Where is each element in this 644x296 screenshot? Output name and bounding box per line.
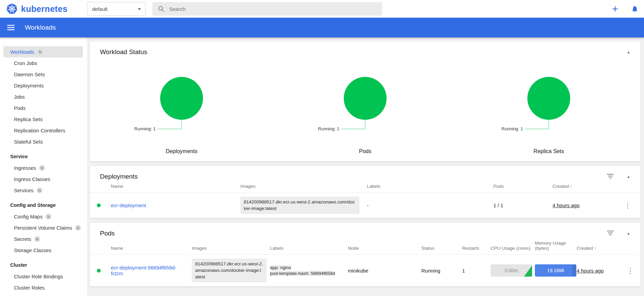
chevron-down-icon [138,8,141,12]
sidebar-item-replica-sets[interactable]: Replica Sets [3,114,83,125]
column-header-labels: Labels [270,239,348,254]
restarts-cell: 1 [462,254,491,286]
namespace-selector[interactable]: default [87,2,146,16]
sidebar-item-label: Ingresses [14,165,36,171]
sidebar-item-label: Ingress Classes [14,176,50,182]
callout-label: Running: 1 [502,126,523,131]
sidebar-item-label: Replication Controllers [14,128,65,133]
deployment-link[interactable]: ecr-deployment [111,202,146,208]
sidebar-item-services[interactable]: Services N [3,185,83,196]
namespaced-badge: N [39,165,45,171]
chart-title: Deployments [166,148,197,154]
sidebar-item-cluster-role-bindings[interactable]: Cluster Role Bindings [3,271,83,282]
column-header-name[interactable]: Name [111,182,240,193]
sort-ascending-icon: ↑ [570,184,572,189]
sidebar-item-ingresses[interactable]: Ingresses N [3,162,83,174]
label-chip: pod-template-hash: 56694f658d [270,271,335,276]
namespaced-badge: N [37,49,43,55]
filter-icon[interactable] [607,174,614,180]
brand-name: kubernetes [21,4,67,14]
kubernetes-home-link[interactable]: kubernetes [0,3,87,15]
card-title: Workload Status [100,48,627,56]
images-cell: 814200988517.dkr.ecr.us-west-2.amazonaws… [192,254,270,286]
sidebar-item-pods[interactable]: Pods [3,102,83,114]
sidebar-item-label: Services [14,187,34,193]
search-bar[interactable] [152,2,382,16]
sidebar-item-ingress-classes[interactable]: Ingress Classes [3,174,83,185]
sidebar-item-label: Replica Sets [14,116,43,122]
image-chip: 814200988517.dkr.ecr.us-west-2.amazonaws… [240,197,359,214]
card-title: Deployments [100,173,607,180]
sidebar-item-config-maps[interactable]: Config Maps N [3,211,83,222]
sidebar-item-workloads[interactable]: Workloads N [3,46,83,57]
chart-title: Replica Sets [533,148,564,154]
column-header-memory: Memory Usage (bytes) [535,239,577,254]
collapse-card-icon[interactable]: ▲ [627,175,630,179]
sidebar-nav: Workloads N Cron Jobs Daemon Sets Deploy… [0,37,87,296]
table-header-row: Name Images Labels Pods Created↑ [90,182,641,193]
sidebar-item-deployments[interactable]: Deployments [3,80,83,91]
sidebar-item-replication-controllers[interactable]: Replication Controllers [3,125,83,136]
status-column-header [90,182,111,193]
labels-cell: app: nginx pod-template-hash: 56694f658d [270,254,348,286]
memory-cell: 19.16Mi [535,254,577,286]
row-menu-kebab-icon[interactable]: ⋮ [618,202,637,209]
column-header-name[interactable]: Name [111,239,192,254]
status-text-cell: Running [421,254,462,286]
sidebar-item-stateful-sets[interactable]: Stateful Sets [3,136,83,147]
menu-column-header [618,182,641,193]
namespaced-badge: N [37,187,43,193]
pods-cell: 1 / 1 [493,193,553,218]
pie-chart-svg: Running: 1 [304,63,426,148]
sidebar-item-label: Daemon Sets [14,71,45,77]
namespace-selected-value: default [92,6,107,12]
callout-label: Running: 1 [134,126,156,131]
status-ok-icon [97,269,101,273]
images-cell: 814200988517.dkr.ecr.us-west-2.amazonaws… [240,193,367,218]
collapse-card-icon[interactable]: ▲ [627,232,630,235]
sidebar-item-daemon-sets[interactable]: Daemon Sets [3,69,83,80]
page-title: Workloads [25,24,56,31]
sidebar-item-label: Persistent Volume Claims [14,225,72,231]
column-header-created[interactable]: Created↑ [577,239,624,254]
notifications-bell-icon[interactable] [631,5,639,13]
chart-title: Pods [359,148,371,154]
sidebar-section-service: Service [3,151,83,162]
sidebar-section-config-and-storage: Config and Storage [3,199,83,211]
sidebar-item-storage-classes[interactable]: Storage Classes [3,245,83,256]
hamburger-menu-icon[interactable] [6,23,15,32]
name-cell: ecr-deployment-56694f658d-fctzm [111,254,192,286]
sidebar-item-cluster-roles[interactable]: Cluster Roles [3,282,83,293]
namespaced-badge: N [34,236,40,242]
pie-slice-running [160,77,203,120]
filter-icon[interactable] [607,230,614,237]
pie-chart-svg: Running: 1 [488,63,610,148]
column-header-created[interactable]: Created↑ [553,182,618,193]
deployments-table: Name Images Labels Pods Created↑ ecr-dep… [90,182,641,218]
table-header-row: Name Images Labels Node Status Restarts … [90,239,641,254]
created-cell: 4 hours ago [577,254,624,286]
search-input[interactable] [169,6,377,12]
relative-time: 4 hours ago [553,202,579,208]
sidebar-item-label: Stateful Sets [14,139,43,145]
sidebar-item-label: Cluster Roles [14,285,45,291]
sidebar-item-persistent-volume-claims[interactable]: Persistent Volume Claims N [3,222,83,233]
sidebar-item-label: Secrets [14,236,31,242]
sidebar-item-jobs[interactable]: Jobs [3,91,83,102]
callout-label: Running: 1 [318,126,339,131]
collapse-card-icon[interactable]: ▲ [627,50,630,54]
sidebar-item-label: Deployments [14,83,44,88]
sidebar-item-cron-jobs[interactable]: Cron Jobs [3,57,83,69]
pods-table: Name Images Labels Node Status Restarts … [90,239,641,286]
pods-card: Pods ▲ Name [90,223,641,286]
pod-link[interactable]: ecr-deployment-56694f658d-fctzm [111,265,176,276]
table-row: ecr-deployment-56694f658d-fctzm 81420098… [90,254,641,286]
main-content: Workload Status ▲ Running: 1 Deployments [87,37,644,296]
menu-cell: ⋮ [618,193,641,218]
row-menu-kebab-icon[interactable]: ⋮ [624,267,637,274]
image-chip: 814200988517.dkr.ecr.us-west-2.amazonaws… [192,259,267,282]
create-resource-button[interactable]: + [612,4,618,14]
column-header-images: Images [240,182,367,193]
label-chip: app: nginx [270,265,291,270]
sidebar-item-secrets[interactable]: Secrets N [3,233,83,245]
